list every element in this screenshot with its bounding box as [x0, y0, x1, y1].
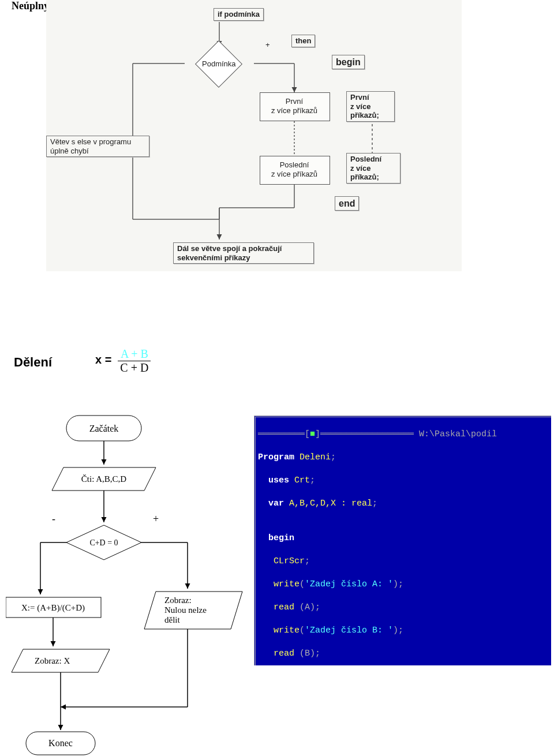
formula: x = A + B C + D	[95, 347, 151, 375]
svg-text:dělit: dělit	[164, 615, 180, 624]
flow-plus: +	[153, 513, 159, 525]
else-note: Větev s else v programuúplně chybí	[46, 136, 149, 157]
fraction-numerator: A + B	[118, 347, 151, 361]
page: Neúplný příkaz větvení je-li ve větvích …	[0, 0, 554, 756]
top-diagram: if podmínka + then be	[46, 0, 462, 271]
flow-end: Konec	[48, 738, 73, 748]
flow-read: Čti: A,B,C,D	[81, 474, 127, 484]
flow-minus: -	[52, 513, 55, 525]
flow-err: Zobraz:	[164, 596, 192, 605]
flow-display-x: Zobraz: X	[35, 656, 70, 665]
flow-cond: C+D = 0	[89, 538, 118, 547]
then-label: then	[291, 35, 315, 47]
deleni-heading: Dělení	[14, 355, 52, 370]
x-equals: x =	[95, 353, 111, 366]
plus-sign: +	[265, 40, 270, 50]
code-titlebar: ═════════[■]══════════════════ W:\Paskal…	[256, 429, 551, 440]
flowchart: Začátek Čti: A,B,C,D - + C+D = 0 X:= (A+…	[6, 410, 254, 756]
merge-note: Dál se větve spojí a pokračujísekvenčním…	[173, 242, 314, 264]
first-side-note: Prvníz vícepříkazů;	[346, 91, 395, 122]
flow-start: Začátek	[89, 424, 119, 433]
code-editor: ═════════[■]══════════════════ W:\Paskal…	[254, 416, 551, 665]
first-command-text: Prvníz více příkazů	[264, 97, 324, 115]
fraction-denominator: C + D	[118, 361, 151, 375]
flow-assign: X:= (A+B)/(C+D)	[21, 603, 85, 613]
condition-label: Podmínka	[202, 59, 236, 68]
fraction: A + B C + D	[118, 347, 151, 375]
code-title-path: W:\Paskal\podil	[419, 429, 497, 439]
svg-text:Nulou nelze: Nulou nelze	[164, 605, 207, 615]
last-side-note: Posledníz vícepříkazů;	[346, 153, 400, 184]
end-label: end	[335, 196, 359, 211]
last-command-text: Posledníz více příkazů	[264, 160, 324, 178]
begin-label: begin	[332, 55, 365, 69]
